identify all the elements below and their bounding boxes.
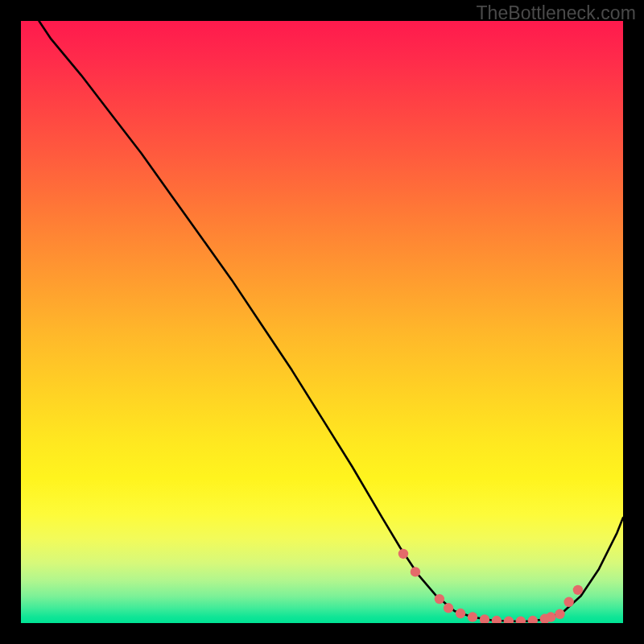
highlight-dot [528, 616, 538, 623]
highlight-dot [456, 609, 465, 618]
bottleneck-curve [39, 21, 623, 621]
highlight-dot [504, 617, 514, 623]
highlight-dot [398, 549, 408, 559]
highlight-dot [492, 616, 502, 623]
highlight-dot [516, 617, 526, 623]
highlight-dot [546, 612, 555, 621]
watermark-text: TheBottleneck.com [476, 2, 636, 24]
highlight-dot [480, 614, 489, 623]
highlight-dot [468, 612, 477, 621]
highlight-dot [555, 609, 564, 619]
highlight-dot [435, 594, 444, 604]
highlight-markers [398, 549, 583, 623]
highlight-dot [564, 597, 573, 607]
chart-frame [21, 21, 623, 623]
highlight-dot [411, 567, 420, 576]
highlight-dot [573, 585, 583, 595]
highlight-dot [444, 603, 453, 613]
chart-svg [21, 21, 623, 623]
